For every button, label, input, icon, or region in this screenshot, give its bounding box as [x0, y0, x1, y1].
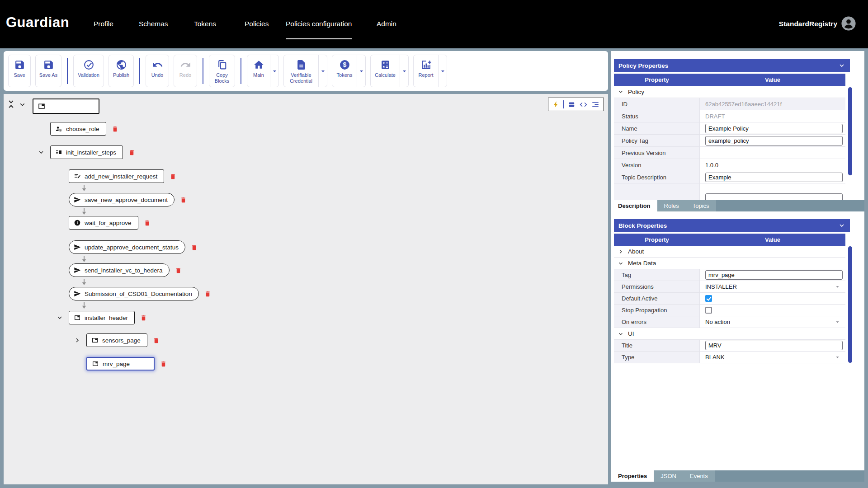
- report-block-group: Report: [413, 55, 447, 87]
- delete-block-icon[interactable]: [180, 196, 187, 204]
- send-icon: [74, 290, 81, 297]
- tab-properties[interactable]: Properties: [611, 470, 654, 482]
- tab-roles[interactable]: Roles: [657, 200, 686, 211]
- group-row-ui[interactable]: UI: [614, 328, 845, 340]
- report-dropdown-arrow[interactable]: [438, 55, 447, 87]
- tab-description[interactable]: Description: [611, 200, 657, 211]
- save-button[interactable]: Save: [8, 55, 31, 87]
- stop-propagation-checkbox[interactable]: [705, 307, 712, 314]
- block-sensors-page[interactable]: sensors_page: [86, 333, 147, 347]
- undo-button[interactable]: Undo: [146, 55, 169, 87]
- chevron-down-icon[interactable]: [38, 149, 45, 156]
- block-wait-for-approve[interactable]: wait_for_approve: [69, 216, 138, 230]
- nav-item-admin[interactable]: Admin: [377, 20, 396, 28]
- verifiable-credential-dropdown-arrow[interactable]: [318, 55, 327, 87]
- policy-name-input[interactable]: [705, 124, 843, 133]
- verifiable-credential-button[interactable]: Verifiable Credential: [284, 55, 318, 87]
- toolbar-divider: [241, 58, 241, 84]
- save-as-button[interactable]: Save As: [35, 55, 61, 87]
- policy-status-value: DRAFT: [700, 110, 845, 122]
- chevron-down-icon: [838, 222, 845, 229]
- delete-block-icon[interactable]: [112, 125, 118, 133]
- calculate-block-button[interactable]: Calculate: [371, 55, 400, 87]
- clipped-input[interactable]: [705, 193, 843, 201]
- on-errors-select[interactable]: No action: [700, 316, 845, 328]
- group-row-meta-data[interactable]: Meta Data: [614, 258, 845, 269]
- policy-id-value: 62ab42557ed16aaeec14421f: [700, 98, 845, 110]
- current-user-label: StandardRegistry: [779, 20, 837, 28]
- table-row-default-active: Default Active: [614, 293, 845, 305]
- toolbar-divider: [67, 58, 68, 84]
- delete-block-icon[interactable]: [170, 173, 176, 180]
- nav-item-policies[interactable]: Policies: [245, 20, 269, 28]
- lightning-bolt-icon[interactable]: [552, 101, 560, 108]
- root-block-node[interactable]: [33, 99, 99, 114]
- delete-block-icon[interactable]: [128, 149, 135, 156]
- block-update-approve-document-status[interactable]: update_approve_document_status: [69, 240, 185, 254]
- calculate-block-group: Calculate: [370, 55, 409, 87]
- block-mrv-page-selected[interactable]: mrv_page: [86, 357, 155, 371]
- block-properties-header[interactable]: Block Properties: [614, 219, 850, 232]
- permissions-select[interactable]: INSTALLER: [700, 281, 845, 292]
- tree-node-send-installer-vc-to-hedera: send_installer_vc_to_hedera: [69, 263, 182, 277]
- table-row-type: Type BLANK: [614, 352, 845, 363]
- nav-item-profile[interactable]: Profile: [94, 20, 113, 28]
- collapse-all-icon[interactable]: [6, 99, 16, 109]
- block-tag-input[interactable]: [705, 270, 843, 280]
- main-dropdown-arrow[interactable]: [270, 55, 278, 87]
- chevron-right-icon[interactable]: [74, 337, 81, 344]
- report-block-button[interactable]: Report: [414, 55, 438, 87]
- flow-arrow-icon: [81, 185, 87, 191]
- delete-block-icon[interactable]: [204, 290, 211, 298]
- flow-arrow-icon: [81, 279, 87, 285]
- tab-json[interactable]: JSON: [654, 470, 683, 482]
- main-block-button[interactable]: Main: [247, 55, 270, 87]
- group-row-about[interactable]: About: [614, 246, 845, 258]
- send-icon: [74, 267, 81, 274]
- publish-button[interactable]: Publish: [108, 55, 134, 87]
- block-installer-header[interactable]: installer_header: [69, 311, 135, 324]
- delete-block-icon[interactable]: [175, 267, 182, 274]
- block-add-new-installer-request[interactable]: add_new_installer_request: [69, 169, 164, 183]
- root-expander-chevron-down-icon[interactable]: [19, 101, 26, 108]
- delete-block-icon[interactable]: [144, 219, 151, 227]
- tab-topics[interactable]: Topics: [686, 200, 716, 211]
- nav-item-schemas[interactable]: Schemas: [139, 20, 168, 28]
- tab-events[interactable]: Events: [683, 470, 715, 482]
- tree-view-icon[interactable]: [591, 100, 599, 108]
- policy-table-scrollbar[interactable]: [848, 87, 852, 175]
- code-view-icon[interactable]: [579, 100, 588, 109]
- ui-type-select[interactable]: BLANK: [700, 352, 845, 363]
- ui-title-input[interactable]: [705, 341, 843, 350]
- group-row-policy[interactable]: Policy: [614, 86, 845, 98]
- block-send-installer-vc-to-hedera[interactable]: send_installer_vc_to_hedera: [69, 263, 170, 277]
- nav-item-tokens[interactable]: Tokens: [194, 20, 216, 28]
- table-row-clipped: [614, 183, 845, 200]
- nav-item-policies-configuration[interactable]: Policies configuration: [286, 20, 352, 28]
- tokens-block-button[interactable]: Tokens: [332, 55, 357, 87]
- block-init-installer-steps[interactable]: init_installer_steps: [50, 145, 123, 159]
- block-submission-of-csd01-documentation[interactable]: Submission_of_CSD01_Documentation: [69, 287, 199, 300]
- block-table-scrollbar[interactable]: [848, 246, 852, 363]
- delete-block-icon[interactable]: [140, 314, 147, 322]
- default-active-checkbox[interactable]: [705, 295, 712, 302]
- blocks-view-icon[interactable]: [568, 101, 576, 108]
- delete-block-icon[interactable]: [191, 244, 198, 251]
- tokens-dropdown-arrow[interactable]: [357, 55, 365, 87]
- chevron-down-icon: [439, 67, 447, 75]
- user-avatar-icon[interactable]: [841, 16, 856, 31]
- redo-button[interactable]: Redo: [174, 55, 197, 87]
- chevron-down-icon[interactable]: [56, 314, 63, 321]
- copy-blocks-button[interactable]: Copy Blocks: [209, 55, 235, 87]
- calculate-dropdown-arrow[interactable]: [400, 55, 408, 87]
- policy-tag-input[interactable]: [705, 136, 843, 145]
- validation-button[interactable]: Validation: [73, 55, 104, 87]
- block-save-new-approve-document[interactable]: save_new_approve_document: [69, 193, 175, 206]
- block-choose-role[interactable]: choose_role: [50, 122, 106, 136]
- delete-block-icon[interactable]: [153, 337, 160, 344]
- policy-properties-header[interactable]: Policy Properties: [614, 59, 850, 72]
- delete-block-icon[interactable]: [160, 360, 167, 368]
- chart-plus-icon: [420, 59, 432, 70]
- topic-description-input[interactable]: [705, 173, 843, 182]
- chevron-down-icon: [618, 89, 624, 95]
